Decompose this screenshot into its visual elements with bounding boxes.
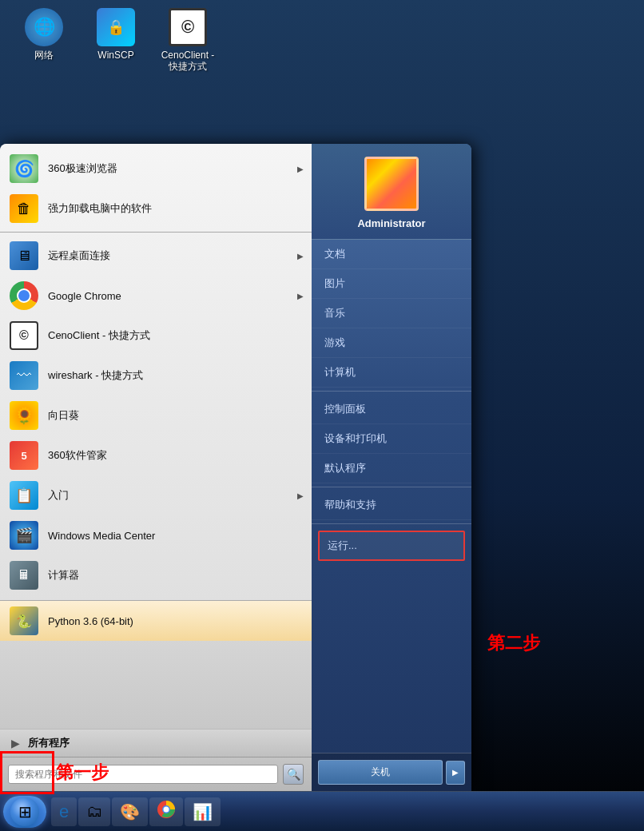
pinned-programs: 🌀 360极速浏览器 ▶ 🗑 强力卸载电脑中的软件 🖥 远程桌面连接 ▶ xyxy=(0,144,312,601)
cenoclient-menu-icon: © xyxy=(10,321,38,350)
right-menu-help[interactable]: 帮助和支持 xyxy=(312,491,471,520)
step2-label: 第二步 xyxy=(487,631,540,655)
menu-item-python-label: Python 3.6 (64-bit) xyxy=(48,615,133,627)
start-menu-left: 🌀 360极速浏览器 ▶ 🗑 强力卸载电脑中的软件 🖥 远程桌面连接 ▶ xyxy=(0,144,312,791)
wireshark-icon: 〰 xyxy=(10,361,38,390)
start-menu: 🌀 360极速浏览器 ▶ 🗑 强力卸载电脑中的软件 🖥 远程桌面连接 ▶ xyxy=(0,144,471,791)
menu-item-python[interactable]: 🐍 Python 3.6 (64-bit) xyxy=(0,601,312,641)
username-label: Administrator xyxy=(357,217,425,229)
avatar-image xyxy=(367,159,416,209)
arrow-icon: ▶ xyxy=(297,165,304,173)
right-divider-2 xyxy=(312,487,471,487)
360browser-icon: 🌀 xyxy=(10,154,38,183)
menu-item-wireshark[interactable]: 〰 wireshark - 快捷方式 xyxy=(0,356,312,396)
ie-icon: e xyxy=(59,801,69,822)
all-programs-item[interactable]: ▶ 所有程序 xyxy=(0,729,312,757)
menu-divider-1 xyxy=(0,232,312,233)
menu-item-chrome[interactable]: Google Chrome ▶ xyxy=(0,276,312,316)
explorer-icon: 🗂 xyxy=(86,802,102,821)
python-icon: 🐍 xyxy=(10,606,38,635)
menu-item-cenoclient[interactable]: © CenoClient - 快捷方式 xyxy=(0,316,312,356)
menu-item-wmc-label: Windows Media Center xyxy=(48,530,155,542)
right-menu-documents[interactable]: 文档 xyxy=(312,240,471,269)
shutdown-arrow-button[interactable]: ▶ xyxy=(446,761,465,785)
right-divider-3 xyxy=(312,523,471,524)
desktop: 🌐 网络 🔒 WinSCP © CenoClient - 快捷方式 🌀 360极… xyxy=(0,0,644,831)
menu-item-calc[interactable]: 🖩 计算器 xyxy=(0,555,312,595)
taskbar-explorer[interactable]: 🗂 xyxy=(78,797,110,826)
shutdown-area: 关机 ▶ xyxy=(312,753,471,791)
network-icon-label: 网络 xyxy=(34,50,54,61)
menu-item-wmc[interactable]: 🎬 Windows Media Center xyxy=(0,515,312,555)
chrome-icon xyxy=(10,281,38,310)
cenoclient-icon-label: CenoClient - 快捷方式 xyxy=(161,50,215,73)
shutdown-button[interactable]: 关机 xyxy=(318,760,443,785)
all-programs-arrow: ▶ xyxy=(11,737,20,749)
winscp-icon-label: WinSCP xyxy=(97,50,133,61)
right-divider-1 xyxy=(312,391,471,392)
menu-item-360browser-label: 360极速浏览器 xyxy=(48,161,117,176)
menu-item-intro[interactable]: 📋 入门 ▶ xyxy=(0,475,312,515)
menu-item-360browser[interactable]: 🌀 360极速浏览器 ▶ xyxy=(0,149,312,189)
menu-item-sunflower-label: 向日葵 xyxy=(48,408,79,423)
all-programs-label: 所有程序 xyxy=(28,736,70,750)
right-menu-computer[interactable]: 计算机 xyxy=(312,358,471,388)
desktop-icon-winscp[interactable]: 🔒 WinSCP xyxy=(88,8,144,73)
run-button[interactable]: 运行... xyxy=(318,531,465,561)
menu-item-remote-label: 远程桌面连接 xyxy=(48,249,110,263)
search-input[interactable] xyxy=(8,765,278,784)
taskbar-paint[interactable]: 🎨 xyxy=(112,797,148,826)
uninstall-icon: 🗑 xyxy=(10,194,38,223)
menu-item-calc-label: 计算器 xyxy=(48,568,79,582)
winscp-icon: 🔒 xyxy=(97,8,135,46)
wmc-icon: 🎬 xyxy=(10,521,38,550)
360mgr-icon: 5 xyxy=(10,441,38,470)
network-icon: 🌐 xyxy=(25,8,63,46)
taskbar-chrome-icon xyxy=(157,801,175,822)
taskbar-monitor[interactable]: 📊 xyxy=(185,797,221,826)
taskbar-ie[interactable]: e xyxy=(51,797,77,826)
menu-item-360mgr-label: 360软件管家 xyxy=(48,448,107,463)
desktop-icon-network[interactable]: 🌐 网络 xyxy=(16,8,72,73)
search-bar: 🔍 xyxy=(0,757,312,791)
right-menu-devices[interactable]: 设备和打印机 xyxy=(312,424,471,454)
user-section: Administrator xyxy=(312,144,471,240)
arrow-icon-2: ▶ xyxy=(297,252,304,260)
menu-item-cenoclient-label: CenoClient - 快捷方式 xyxy=(48,328,150,343)
intro-icon: 📋 xyxy=(10,481,38,510)
start-orb-icon: ⊞ xyxy=(10,797,39,826)
right-menu-defaults[interactable]: 默认程序 xyxy=(312,454,471,483)
avatar[interactable] xyxy=(364,157,419,211)
paint-icon: 🎨 xyxy=(120,802,140,821)
taskbar-chrome[interactable] xyxy=(149,797,183,826)
menu-item-wireshark-label: wireshark - 快捷方式 xyxy=(48,368,143,383)
right-menu-games[interactable]: 游戏 xyxy=(312,328,471,358)
search-button[interactable]: 🔍 xyxy=(283,764,304,785)
desktop-icon-cenoclient[interactable]: © CenoClient - 快捷方式 xyxy=(160,8,216,73)
menu-item-360mgr[interactable]: 5 360软件管家 xyxy=(0,435,312,475)
sunflower-icon: 🌻 xyxy=(10,401,38,430)
cenoclient-icon: © xyxy=(169,8,207,46)
arrow-icon-4: ▶ xyxy=(297,491,304,500)
menu-item-uninstall-label: 强力卸载电脑中的软件 xyxy=(48,201,152,216)
svg-point-2 xyxy=(164,807,169,813)
menu-item-sunflower[interactable]: 🌻 向日葵 xyxy=(0,396,312,435)
right-menu-music[interactable]: 音乐 xyxy=(312,299,471,328)
arrow-icon-3: ▶ xyxy=(297,292,304,300)
desktop-icon-area: 🌐 网络 🔒 WinSCP © CenoClient - 快捷方式 xyxy=(0,0,232,81)
start-menu-right: Administrator 文档 图片 音乐 游戏 计算机 控制面板 设备和打印… xyxy=(312,144,471,791)
menu-item-remote[interactable]: 🖥 远程桌面连接 ▶ xyxy=(0,236,312,276)
taskbar: ⊞ e 🗂 🎨 📊 xyxy=(0,791,644,831)
right-menu-pictures[interactable]: 图片 xyxy=(312,269,471,299)
remote-icon: 🖥 xyxy=(10,241,38,270)
start-button[interactable]: ⊞ xyxy=(3,796,46,828)
monitor-icon: 📊 xyxy=(193,802,213,821)
menu-item-chrome-label: Google Chrome xyxy=(48,290,121,302)
menu-item-intro-label: 入门 xyxy=(48,488,69,503)
calc-icon: 🖩 xyxy=(10,561,38,590)
step1-label: 第一步 xyxy=(56,761,109,785)
right-menu-controlpanel[interactable]: 控制面板 xyxy=(312,395,471,424)
menu-item-uninstall[interactable]: 🗑 强力卸载电脑中的软件 xyxy=(0,189,312,229)
